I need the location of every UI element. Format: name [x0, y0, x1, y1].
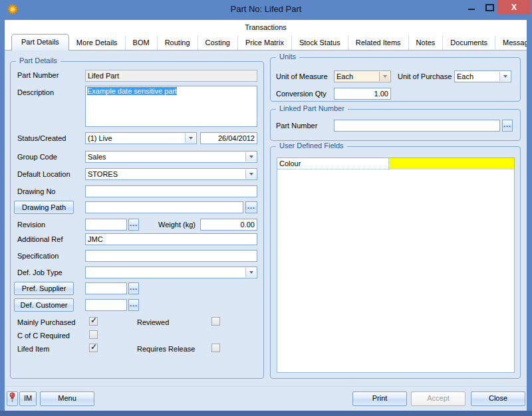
tab-notes[interactable]: Notes: [409, 36, 444, 50]
tab-strip: Transactions Part Details More Details B…: [5, 20, 527, 51]
part-details-legend: Part Details: [16, 56, 61, 64]
tabs: Part Details More Details BOM Routing Co…: [11, 33, 527, 50]
udf-value-cell[interactable]: [389, 158, 514, 169]
drawing-path-browse-button[interactable]: ...: [245, 201, 257, 213]
c-of-c-required-label: C of C Required: [17, 332, 70, 340]
close-icon[interactable]: X: [497, 0, 531, 15]
user-defined-fields-list[interactable]: Colour: [277, 157, 515, 373]
tab-messages[interactable]: Messages: [495, 36, 527, 50]
tab-group-transactions[interactable]: Transactions: [5, 23, 527, 31]
linked-part-number-groupbox: Linked Part Number Part Number ...: [270, 109, 521, 141]
window-controls: X: [463, 0, 531, 15]
status-combo[interactable]: (1) Live: [85, 132, 197, 144]
specification-field[interactable]: [85, 250, 257, 262]
tab-price-matrix[interactable]: Price Matrix: [238, 36, 292, 50]
def-customer-browse-button[interactable]: ...: [128, 299, 139, 311]
chevron-down-icon: [379, 72, 390, 81]
chevron-down-icon[interactable]: [499, 72, 510, 81]
conversion-qty-label: Conversion Qty: [276, 90, 327, 98]
linked-part-number-field[interactable]: [334, 120, 500, 132]
pref-supplier-browse-button[interactable]: ...: [128, 282, 139, 294]
drawing-path-button[interactable]: Drawing Path: [14, 201, 74, 214]
tab-bom[interactable]: BOM: [126, 36, 158, 50]
tab-documents[interactable]: Documents: [443, 36, 495, 50]
tab-costing[interactable]: Costing: [198, 36, 238, 50]
weight-field[interactable]: 0.00: [200, 219, 257, 231]
default-location-combo[interactable]: STORES: [85, 168, 257, 180]
requires-release-label: Requires Release: [137, 345, 195, 353]
mainly-purchased-label: Mainly Purchased: [17, 318, 75, 326]
pref-supplier-button[interactable]: Pref. Supplier: [14, 282, 74, 295]
udf-name-cell[interactable]: Colour: [277, 158, 389, 169]
user-defined-fields-legend: User Defined Fields: [276, 142, 347, 150]
created-date-field[interactable]: 26/04/2012: [200, 132, 257, 144]
user-defined-fields-groupbox: User Defined Fields Colour: [270, 146, 521, 379]
units-groupbox: Units Unit of Measure Each Unit of Purch…: [270, 57, 521, 102]
def-job-type-label: Def. Job Type: [17, 268, 63, 276]
part-number-field[interactable]: Lifed Part: [85, 70, 257, 82]
weight-label: Weight (kg): [158, 221, 196, 229]
maximize-icon[interactable]: [480, 0, 497, 15]
minimize-icon[interactable]: [463, 0, 480, 15]
additional-ref-label: Additional Ref: [17, 235, 63, 243]
chevron-down-icon[interactable]: [245, 169, 256, 179]
drawing-no-label: Drawing No: [17, 187, 55, 195]
c-of-c-required-checkbox[interactable]: [89, 330, 98, 339]
reviewed-label: Reviewed: [137, 318, 169, 326]
accept-button: Accept: [411, 391, 466, 406]
specification-label: Specification: [17, 252, 59, 260]
part-number-label: Part Number: [17, 71, 59, 79]
lifed-item-checkbox[interactable]: [89, 344, 98, 352]
tab-stock-status[interactable]: Stock Status: [292, 36, 348, 50]
description-selected-text: Example date sensitive part: [87, 87, 177, 95]
unit-of-measure-combo: Each: [334, 70, 391, 82]
unit-of-purchase-label: Unit of Purchase: [398, 72, 452, 80]
tab-content-part-details: Part Details Part Number Lifed Part Desc…: [5, 51, 527, 411]
unit-of-measure-value: Each: [336, 72, 353, 80]
group-code-combo[interactable]: Sales: [85, 151, 257, 163]
im-button[interactable]: IM: [19, 391, 37, 406]
footer-divider: [5, 386, 527, 387]
conversion-qty-field[interactable]: 1.00: [334, 88, 391, 100]
linked-part-number-browse-button[interactable]: ...: [502, 120, 513, 132]
window-bottom-border: [0, 411, 532, 416]
chevron-down-icon[interactable]: [245, 268, 256, 277]
revision-browse-button[interactable]: ...: [128, 219, 139, 231]
tab-related-items[interactable]: Related Items: [348, 36, 409, 50]
part-details-groupbox: Part Details Part Number Lifed Part Desc…: [10, 61, 264, 379]
revision-field[interactable]: [85, 219, 127, 231]
print-button[interactable]: Print: [352, 391, 407, 406]
chevron-down-icon[interactable]: [245, 152, 256, 161]
pin-button[interactable]: [7, 391, 18, 406]
def-customer-field[interactable]: [85, 299, 127, 311]
unit-of-purchase-value: Each: [457, 72, 473, 80]
tab-routing[interactable]: Routing: [158, 36, 198, 50]
description-field[interactable]: Example date sensitive part: [85, 86, 257, 127]
titlebar: Part No: Lifed Part X: [0, 0, 532, 20]
pref-supplier-field[interactable]: [85, 282, 127, 294]
drawing-no-field[interactable]: [85, 185, 257, 197]
status-combo-value: (1) Live: [88, 134, 112, 142]
menu-button[interactable]: Menu: [40, 391, 94, 406]
def-job-type-combo[interactable]: [85, 266, 257, 278]
tab-more-details[interactable]: More Details: [69, 36, 126, 50]
close-button[interactable]: Close: [471, 391, 525, 406]
unit-of-purchase-combo[interactable]: Each: [454, 70, 511, 82]
tab-part-details[interactable]: Part Details: [11, 34, 69, 51]
default-location-label: Default Location: [17, 170, 70, 178]
udf-row-colour[interactable]: Colour: [277, 158, 514, 169]
def-customer-button[interactable]: Def. Customer: [14, 298, 74, 312]
status-created-label: Status/Created: [17, 134, 66, 142]
window-body: Transactions Part Details More Details B…: [5, 20, 527, 411]
additional-ref-field[interactable]: JMC: [85, 233, 257, 245]
chevron-down-icon[interactable]: [185, 134, 196, 143]
reviewed-checkbox[interactable]: [211, 317, 220, 326]
drawing-path-field[interactable]: [85, 201, 243, 213]
pushpin-icon: [8, 396, 17, 404]
mainly-purchased-checkbox[interactable]: [89, 317, 98, 326]
lifed-item-label: Lifed Item: [17, 345, 49, 353]
app-sun-icon: [7, 3, 19, 15]
requires-release-checkbox[interactable]: [211, 344, 220, 352]
linked-part-number-legend: Linked Part Number: [276, 104, 348, 112]
description-label: Description: [17, 88, 54, 96]
